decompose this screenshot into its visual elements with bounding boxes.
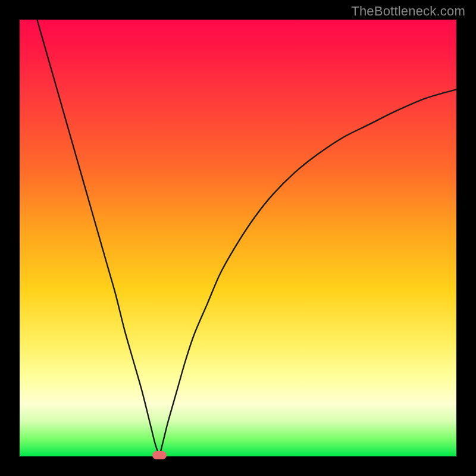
- watermark-text: TheBottleneck.com: [351, 4, 465, 19]
- curve-right-branch: [159, 89, 456, 456]
- bottleneck-curve: [20, 20, 456, 456]
- chart-frame: TheBottleneck.com: [0, 0, 476, 476]
- curve-left-branch: [37, 20, 159, 456]
- plot-area: [20, 20, 456, 456]
- minimum-marker: [152, 451, 167, 459]
